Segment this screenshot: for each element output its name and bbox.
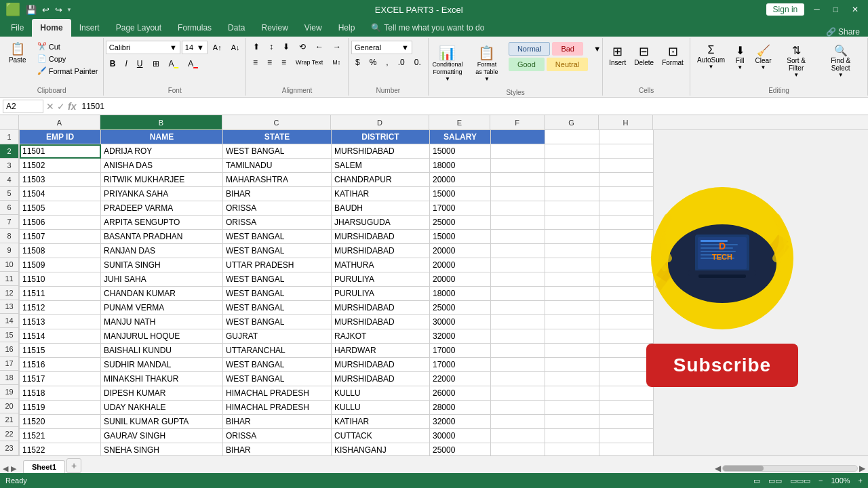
indent-increase-button[interactable]: → xyxy=(329,41,345,53)
cell-r12-c1[interactable]: 11511 xyxy=(20,287,101,301)
row-header-3[interactable]: 3 xyxy=(0,159,19,173)
cell-r2-c4[interactable]: MURSHIDABAD xyxy=(332,144,430,159)
cell-r22-c4[interactable]: CUTTACK xyxy=(332,429,430,443)
close-button[interactable]: ✕ xyxy=(848,3,863,16)
number-format-dropdown[interactable]: General ▼ xyxy=(351,41,412,54)
cell-r3-c5[interactable]: 18000 xyxy=(430,159,491,173)
cell-r1-c2[interactable]: NAME xyxy=(101,130,223,144)
cell-r2-c5[interactable]: 15000 xyxy=(430,144,491,159)
wrap-text-button[interactable]: Wrap Text xyxy=(292,56,327,68)
row-header-10[interactable]: 10 xyxy=(0,258,19,272)
col-header-f[interactable]: F xyxy=(490,115,545,130)
fill-color-button[interactable]: A_ xyxy=(165,58,183,70)
row-header-9[interactable]: 9 xyxy=(0,243,19,258)
cell-r13-c2[interactable]: PUNAM VERMA xyxy=(101,301,223,315)
cell-r19-c1[interactable]: 11518 xyxy=(20,386,101,401)
cell-r15-c7[interactable] xyxy=(545,329,599,344)
cell-r23-c7[interactable] xyxy=(545,443,599,455)
sheet1-tab[interactable]: Sheet1 xyxy=(23,460,65,473)
cell-r15-c3[interactable]: GUJRAT xyxy=(223,329,332,344)
cell-r13-c8[interactable] xyxy=(599,301,654,315)
cell-r8-c8[interactable] xyxy=(599,230,654,244)
comma-button[interactable]: , xyxy=(382,56,392,68)
col-header-h[interactable]: H xyxy=(599,115,653,130)
row-header-22[interactable]: 22 xyxy=(0,427,19,441)
cell-r14-c1[interactable]: 11513 xyxy=(20,315,101,329)
row-header-17[interactable]: 17 xyxy=(0,357,19,371)
name-box[interactable]: A2 xyxy=(3,100,43,113)
tab-page-layout[interactable]: Page Layout xyxy=(108,19,170,37)
cell-r11-c4[interactable]: PURULIYA xyxy=(332,272,430,287)
cell-r20-c4[interactable]: KULLU xyxy=(332,401,430,415)
cell-r22-c3[interactable]: ORISSA xyxy=(223,429,332,443)
row-header-12[interactable]: 12 xyxy=(0,286,19,300)
cell-r19-c5[interactable]: 26000 xyxy=(430,386,491,401)
cell-r14-c5[interactable]: 30000 xyxy=(430,315,491,329)
cell-r4-c2[interactable]: RITWIK MUKHARJEE xyxy=(101,173,223,187)
increase-font-button[interactable]: A↑ xyxy=(209,41,226,54)
cell-r23-c4[interactable]: KISHANGANJ xyxy=(332,443,430,455)
cell-r2-c1[interactable]: 11501 xyxy=(20,144,101,159)
formula-input[interactable]: 11501 xyxy=(79,102,865,111)
cell-r21-c5[interactable]: 32000 xyxy=(430,415,491,429)
border-button[interactable]: ⊞ xyxy=(149,58,163,70)
cell-r20-c6[interactable] xyxy=(491,401,545,415)
cell-r8-c1[interactable]: 11507 xyxy=(20,230,101,244)
currency-button[interactable]: $ xyxy=(351,56,364,68)
tab-tell-me[interactable]: 🔍 Tell me what you want to do xyxy=(363,19,492,37)
cell-r22-c2[interactable]: GAURAV SINGH xyxy=(101,429,223,443)
cell-r6-c3[interactable]: ORISSA xyxy=(223,201,332,216)
cell-r5-c7[interactable] xyxy=(545,187,599,201)
clear-button[interactable]: 🧹 Clear ▼ xyxy=(752,42,774,73)
cell-r7-c7[interactable] xyxy=(545,216,599,230)
cell-r3-c1[interactable]: 11502 xyxy=(20,159,101,173)
cell-r19-c4[interactable]: KULLU xyxy=(332,386,430,401)
cell-r15-c5[interactable]: 32000 xyxy=(430,329,491,344)
cell-r8-c6[interactable] xyxy=(491,230,545,244)
cell-r15-c8[interactable] xyxy=(599,329,654,344)
cell-r21-c8[interactable] xyxy=(599,415,654,429)
cell-r17-c4[interactable]: MURSHIDABAD xyxy=(332,358,430,372)
italic-button[interactable]: I xyxy=(121,58,132,70)
cell-r8-c3[interactable]: WEST BANGAL xyxy=(223,230,332,244)
cell-r2-c7[interactable] xyxy=(545,144,599,159)
cell-r6-c4[interactable]: BAUDH xyxy=(332,201,430,216)
cell-r8-c5[interactable]: 15000 xyxy=(430,230,491,244)
row-header-4[interactable]: 4 xyxy=(0,173,19,187)
cell-r21-c7[interactable] xyxy=(545,415,599,429)
tab-home[interactable]: Home xyxy=(32,19,71,37)
cell-r11-c8[interactable] xyxy=(599,272,654,287)
cell-r10-c6[interactable] xyxy=(491,258,545,272)
cell-r18-c5[interactable]: 22000 xyxy=(430,372,491,386)
col-header-g[interactable]: G xyxy=(545,115,599,130)
tab-help[interactable]: Help xyxy=(330,19,363,37)
cell-r6-c7[interactable] xyxy=(545,201,599,216)
cell-r16-c6[interactable] xyxy=(491,344,545,358)
cell-r10-c7[interactable] xyxy=(545,258,599,272)
cell-r14-c6[interactable] xyxy=(491,315,545,329)
cell-r16-c8[interactable] xyxy=(599,344,654,358)
paste-button[interactable]: 📋 Paste xyxy=(3,41,33,66)
cell-r9-c7[interactable] xyxy=(545,244,599,258)
cell-r5-c3[interactable]: BIHAR xyxy=(223,187,332,201)
align-middle-button[interactable]: ↕ xyxy=(265,41,277,53)
save-button[interactable]: 💾 xyxy=(24,3,38,16)
cell-r18-c7[interactable] xyxy=(545,372,599,386)
cell-r7-c1[interactable]: 11506 xyxy=(20,216,101,230)
col-header-d[interactable]: D xyxy=(331,115,429,130)
cell-r23-c8[interactable] xyxy=(599,443,654,455)
align-center-button[interactable]: ≡ xyxy=(263,56,276,68)
tab-review[interactable]: Review xyxy=(253,19,296,37)
indent-decrease-button[interactable]: ← xyxy=(311,41,328,53)
format-painter-button[interactable]: 🖌️ Format Painter xyxy=(35,65,101,77)
cell-r6-c1[interactable]: 11505 xyxy=(20,201,101,216)
col-header-b[interactable]: B xyxy=(100,115,222,130)
cell-r2-c8[interactable] xyxy=(599,144,654,159)
cell-r12-c8[interactable] xyxy=(599,287,654,301)
page-layout-view-button[interactable]: ▭▭ xyxy=(768,476,782,485)
cell-r10-c2[interactable]: SUNITA SINGH xyxy=(101,258,223,272)
cut-button[interactable]: ✂️ Cut xyxy=(35,41,101,52)
zoom-in-button[interactable]: + xyxy=(859,476,863,485)
cell-r1-c3[interactable]: STATE xyxy=(223,130,332,144)
align-bottom-button[interactable]: ⬇ xyxy=(279,41,294,53)
